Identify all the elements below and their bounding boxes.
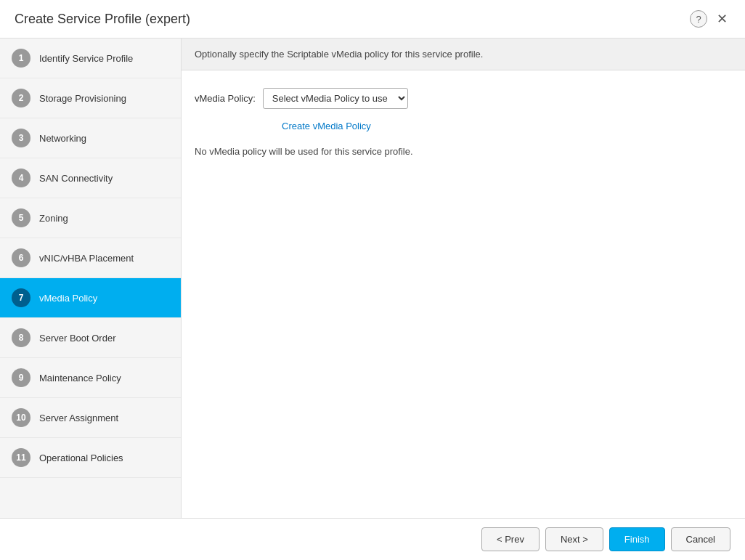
step-label: Networking [39, 133, 86, 144]
step-number: 5 [12, 208, 30, 227]
step-label: Identify Service Profile [39, 53, 133, 64]
sidebar-item-maintenance-policy[interactable]: 9Maintenance Policy [0, 358, 181, 398]
vmedia-policy-label: vMedia Policy: [195, 93, 256, 104]
step-label: Zoning [39, 213, 68, 224]
close-button[interactable]: ✕ [713, 10, 730, 28]
sidebar-item-identify-service-profile[interactable]: 1Identify Service Profile [0, 38, 181, 78]
step-label: Server Assignment [39, 413, 118, 423]
sidebar-item-networking[interactable]: 3Networking [0, 118, 181, 158]
step-number: 2 [12, 89, 30, 107]
modal-footer: < Prev Next > Finish Cancel [0, 518, 745, 560]
help-button[interactable]: ? [690, 10, 707, 28]
sidebar-item-vmedia-policy[interactable]: 7vMedia Policy [0, 278, 181, 318]
step-label: SAN Connectivity [39, 173, 113, 184]
step-label: Storage Provisioning [39, 93, 126, 104]
prev-button[interactable]: < Prev [481, 527, 540, 551]
step-number: 4 [12, 169, 30, 187]
modal: Create Service Profile (expert) ? ✕ 1Ide… [0, 0, 745, 560]
create-vmedia-policy-link[interactable]: Create vMedia Policy [282, 121, 732, 131]
step-number: 10 [12, 408, 30, 427]
step-number: 1 [12, 49, 30, 68]
sidebar-item-storage-provisioning[interactable]: 2Storage Provisioning [0, 78, 181, 118]
vmedia-policy-row: vMedia Policy: Select vMedia Policy to u… [195, 88, 732, 109]
step-label: Operational Policies [39, 453, 123, 463]
step-label: vNIC/vHBA Placement [39, 253, 134, 264]
sidebar: 1Identify Service Profile2Storage Provis… [0, 38, 182, 518]
content-main: vMedia Policy: Select vMedia Policy to u… [182, 70, 745, 518]
step-label: vMedia Policy [39, 293, 97, 304]
step-number: 6 [12, 248, 30, 267]
cancel-button[interactable]: Cancel [671, 527, 730, 551]
finish-button[interactable]: Finish [609, 527, 665, 551]
step-number: 3 [12, 129, 30, 147]
sidebar-item-server-boot-order[interactable]: 8Server Boot Order [0, 318, 181, 358]
step-label: Server Boot Order [39, 333, 116, 344]
step-description: Optionally specify the Scriptable vMedia… [182, 38, 745, 70]
sidebar-item-vnic/vhba-placement[interactable]: 6vNIC/vHBA Placement [0, 238, 181, 278]
modal-header: Create Service Profile (expert) ? ✕ [0, 0, 745, 38]
content-area: Optionally specify the Scriptable vMedia… [182, 38, 745, 518]
modal-body: 1Identify Service Profile2Storage Provis… [0, 38, 745, 518]
modal-title: Create Service Profile (expert) [15, 12, 190, 27]
sidebar-item-server-assignment[interactable]: 10Server Assignment [0, 398, 181, 438]
step-number: 9 [12, 368, 30, 387]
vmedia-policy-select[interactable]: Select vMedia Policy to use [263, 88, 408, 109]
next-button[interactable]: Next > [545, 527, 603, 551]
step-label: Maintenance Policy [39, 373, 121, 384]
step-number: 11 [12, 448, 30, 467]
step-number: 7 [12, 288, 30, 307]
step-number: 8 [12, 328, 30, 347]
header-icons: ? ✕ [690, 10, 730, 28]
sidebar-item-san-connectivity[interactable]: 4SAN Connectivity [0, 158, 181, 198]
vmedia-info-text: No vMedia policy will be used for this s… [195, 146, 732, 157]
sidebar-item-zoning[interactable]: 5Zoning [0, 198, 181, 238]
sidebar-item-operational-policies[interactable]: 11Operational Policies [0, 438, 181, 478]
